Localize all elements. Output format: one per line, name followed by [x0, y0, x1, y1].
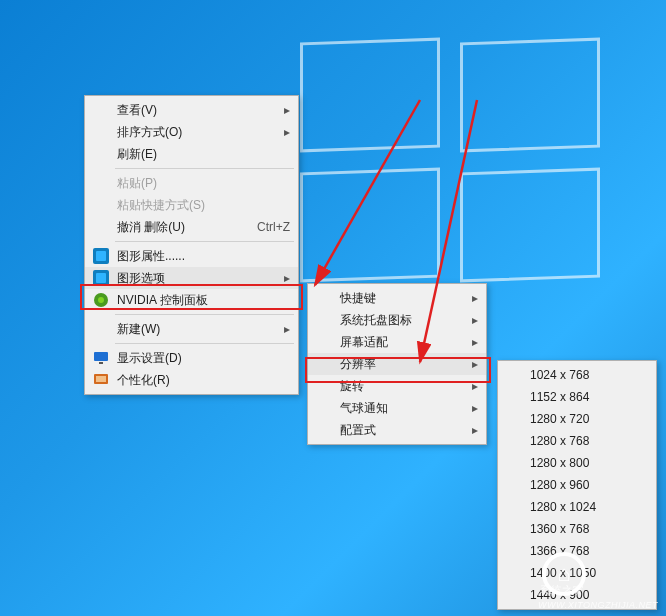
- menu-item-res-1360x768[interactable]: 1360 x 768: [498, 518, 656, 540]
- blank-icon: [504, 587, 524, 603]
- menu-item-profile[interactable]: 配置式▸: [308, 419, 486, 441]
- svg-rect-7: [99, 362, 103, 364]
- separator: [115, 241, 294, 242]
- blank-icon: [91, 175, 111, 191]
- svg-rect-1: [96, 251, 106, 261]
- menu-item-label: 刷新(E): [117, 146, 290, 163]
- menu-item-tray-icon[interactable]: 系统托盘图标▸: [308, 309, 486, 331]
- blank-icon: [91, 197, 111, 213]
- menu-item-res-1280x1024[interactable]: 1280 x 1024: [498, 496, 656, 518]
- intel-blue-icon: [91, 270, 111, 286]
- watermark-text: 系统之家 WWW.XITONGZHIJIA.NET: [538, 583, 658, 610]
- menu-item-paste: 粘贴(P): [85, 172, 298, 194]
- submenu-arrow-icon: ▸: [470, 291, 478, 305]
- menu-item-label: 1280 x 960: [530, 478, 648, 492]
- blank-icon: [91, 219, 111, 235]
- menu-item-label: 图形选项: [117, 270, 262, 287]
- menu-item-graphics-properties[interactable]: 图形属性......: [85, 245, 298, 267]
- menu-item-label: NVIDIA 控制面板: [117, 292, 290, 309]
- blank-icon: [504, 367, 524, 383]
- menu-item-res-1280x960[interactable]: 1280 x 960: [498, 474, 656, 496]
- menu-item-graphics-options[interactable]: 图形选项▸: [85, 267, 298, 289]
- menu-item-label: 1152 x 864: [530, 390, 648, 404]
- shortcut-text: Ctrl+Z: [257, 220, 290, 234]
- submenu-arrow-icon: ▸: [282, 322, 290, 336]
- submenu-arrow-icon: ▸: [470, 335, 478, 349]
- menu-item-res-1152x864[interactable]: 1152 x 864: [498, 386, 656, 408]
- menu-item-rotation[interactable]: 旋转▸: [308, 375, 486, 397]
- menu-item-res-1280x720[interactable]: 1280 x 720: [498, 408, 656, 430]
- menu-item-res-1024x768[interactable]: 1024 x 768: [498, 364, 656, 386]
- menu-item-refresh[interactable]: 刷新(E): [85, 143, 298, 165]
- personalize-icon: [91, 372, 111, 388]
- menu-item-label: 气球通知: [340, 400, 450, 417]
- submenu-arrow-icon: ▸: [282, 125, 290, 139]
- menu-item-label: 个性化(R): [117, 372, 290, 389]
- context-menu-desktop: 查看(V)▸排序方式(O)▸刷新(E)粘贴(P)粘贴快捷方式(S)撤消 删除(U…: [84, 95, 299, 395]
- submenu-arrow-icon: ▸: [470, 357, 478, 371]
- menu-item-hotkeys[interactable]: 快捷键▸: [308, 287, 486, 309]
- blank-icon: [91, 146, 111, 162]
- menu-item-label: 快捷键: [340, 290, 450, 307]
- menu-item-res-1280x768[interactable]: 1280 x 768: [498, 430, 656, 452]
- menu-item-label: 撤消 删除(U): [117, 219, 237, 236]
- blank-icon: [314, 356, 334, 372]
- blank-icon: [504, 565, 524, 581]
- menu-item-res-1280x800[interactable]: 1280 x 800: [498, 452, 656, 474]
- menu-item-nvidia-control-panel[interactable]: NVIDIA 控制面板: [85, 289, 298, 311]
- blank-icon: [314, 378, 334, 394]
- intel-blue-icon: [91, 248, 111, 264]
- menu-item-label: 配置式: [340, 422, 450, 439]
- svg-rect-6: [94, 352, 108, 361]
- menu-item-label: 显示设置(D): [117, 350, 290, 367]
- menu-item-display-settings[interactable]: 显示设置(D): [85, 347, 298, 369]
- menu-item-label: 粘贴快捷方式(S): [117, 197, 290, 214]
- win-logo-pane: [300, 38, 440, 153]
- separator: [115, 168, 294, 169]
- submenu-graphics-options: 快捷键▸系统托盘图标▸屏幕适配▸分辨率▸旋转▸气球通知▸配置式▸: [307, 283, 487, 445]
- svg-rect-9: [96, 376, 106, 382]
- menu-item-personalize[interactable]: 个性化(R): [85, 369, 298, 391]
- menu-item-undo-delete[interactable]: 撤消 删除(U)Ctrl+Z: [85, 216, 298, 238]
- blank-icon: [504, 389, 524, 405]
- submenu-arrow-icon: ▸: [282, 271, 290, 285]
- menu-item-paste-shortcut: 粘贴快捷方式(S): [85, 194, 298, 216]
- submenu-arrow-icon: ▸: [470, 379, 478, 393]
- submenu-arrow-icon: ▸: [282, 103, 290, 117]
- monitor-icon: [91, 350, 111, 366]
- menu-item-label: 1360 x 768: [530, 522, 648, 536]
- blank-icon: [504, 543, 524, 559]
- menu-item-resolution[interactable]: 分辨率▸: [308, 353, 486, 375]
- menu-item-label: 1280 x 800: [530, 456, 648, 470]
- submenu-arrow-icon: ▸: [470, 423, 478, 437]
- menu-item-new[interactable]: 新建(W)▸: [85, 318, 298, 340]
- separator: [115, 343, 294, 344]
- blank-icon: [504, 477, 524, 493]
- win-logo-pane: [300, 168, 440, 283]
- blank-icon: [504, 433, 524, 449]
- blank-icon: [91, 124, 111, 140]
- blank-icon: [91, 321, 111, 337]
- menu-item-label: 排序方式(O): [117, 124, 262, 141]
- separator: [115, 314, 294, 315]
- desktop[interactable]: 查看(V)▸排序方式(O)▸刷新(E)粘贴(P)粘贴快捷方式(S)撤消 删除(U…: [0, 0, 666, 616]
- nvidia-green-icon: [91, 292, 111, 308]
- menu-item-label: 粘贴(P): [117, 175, 290, 192]
- menu-item-balloon-notify[interactable]: 气球通知▸: [308, 397, 486, 419]
- menu-item-sort-by[interactable]: 排序方式(O)▸: [85, 121, 298, 143]
- menu-item-view[interactable]: 查看(V)▸: [85, 99, 298, 121]
- blank-icon: [314, 290, 334, 306]
- blank-icon: [314, 400, 334, 416]
- submenu-arrow-icon: ▸: [470, 401, 478, 415]
- menu-item-label: 屏幕适配: [340, 334, 450, 351]
- blank-icon: [91, 102, 111, 118]
- menu-item-screen-fit[interactable]: 屏幕适配▸: [308, 331, 486, 353]
- menu-item-label: 1366 x 768: [530, 544, 648, 558]
- menu-item-label: 1024 x 768: [530, 368, 648, 382]
- menu-item-label: 分辨率: [340, 356, 450, 373]
- win-logo-pane: [460, 38, 600, 153]
- blank-icon: [504, 521, 524, 537]
- blank-icon: [504, 455, 524, 471]
- menu-item-label: 图形属性......: [117, 248, 290, 265]
- svg-rect-3: [96, 273, 106, 283]
